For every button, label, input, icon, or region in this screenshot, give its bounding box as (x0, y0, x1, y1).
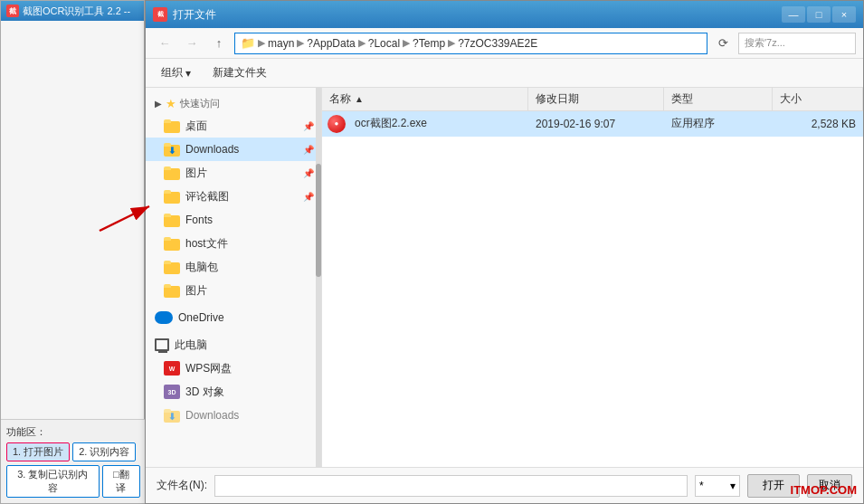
pin-icon-pictures: 📌 (303, 168, 314, 178)
open-image-button[interactable]: 1. 打开图片 (6, 442, 70, 461)
forward-button[interactable]: → (180, 33, 204, 54)
search-box[interactable]: 搜索'7z... (738, 33, 856, 54)
sidebar-item-downloads[interactable]: ⬇ Downloads 📌 (146, 138, 321, 161)
sidebar-scrollbar[interactable] (316, 88, 321, 467)
sidebar-section-onedrive: OneDrive (146, 306, 321, 329)
maximize-button[interactable]: □ (807, 6, 831, 23)
translate-button[interactable]: □翻译 (102, 465, 140, 498)
bg-app-titlebar: 截 截图OCR识别工具 2.2 -- (1, 1, 144, 21)
col-header-size[interactable]: 大小 (773, 88, 863, 110)
dialog-titlebar: 截 打开文件 — □ × (146, 1, 863, 28)
fonts-folder-icon (164, 213, 180, 227)
col-header-type[interactable]: 类型 (664, 88, 773, 110)
path-appdata: ?AppData (307, 37, 355, 50)
back-button[interactable]: ← (153, 33, 176, 54)
file-type: 应用程序 (664, 116, 773, 131)
path-7z: ?7zOC339AE2E (458, 37, 537, 50)
col-header-name[interactable]: 名称 ▲ (322, 88, 528, 110)
file-dialog: 截 打开文件 — □ × ← → ↑ 📁 ▶ mayn ▶ ?AppData ▶… (145, 0, 864, 504)
pin-icon: 📌 (303, 121, 314, 131)
bg-app: 截 截图OCR识别工具 2.2 -- 功能区： 1. 打开图片 2. 识别内容 … (0, 0, 145, 504)
file-size: 2,528 KB (773, 118, 863, 130)
new-folder-button[interactable]: 新建文件夹 (204, 62, 275, 84)
onedrive-icon (155, 311, 173, 324)
this-pc-icon (155, 338, 169, 351)
file-exe-icon: ● (326, 113, 347, 135)
host-folder-icon (164, 236, 180, 251)
filename-input[interactable] (214, 475, 688, 497)
up-button[interactable]: ↑ (207, 33, 231, 54)
sidebar-item-this-pc[interactable]: 此电脑 (146, 333, 321, 357)
downloads2-folder-icon: ⬇ (164, 408, 180, 423)
sort-arrow: ▲ (355, 94, 364, 104)
col-header-date[interactable]: 修改日期 (528, 88, 664, 110)
sidebar-section-this-pc: 此电脑 W WPS网盘 3D 3D 对象 ⬇ Downloads (146, 333, 321, 427)
path-temp: ?Temp (413, 37, 445, 50)
pin-icon-downloads: 📌 (303, 145, 314, 155)
file-name: ocr截图2.2.exe (347, 116, 528, 131)
sidebar: ▶ ★ 快速访问 桌面 📌 ⬇ Downloads 📌 (146, 88, 322, 467)
filetype-select[interactable]: * ▾ (695, 475, 740, 497)
sidebar-item-yulun[interactable]: 评论截图 📌 (146, 185, 321, 208)
dialog-icon: 截 (153, 7, 167, 22)
wps-icon: W (164, 361, 180, 376)
file-list-header: 名称 ▲ 修改日期 类型 大小 (322, 88, 863, 111)
func-area: 功能区： 1. 打开图片 2. 识别内容 3. 复制已识别内容 □翻译 (1, 419, 146, 503)
address-bar: ← → ↑ 📁 ▶ mayn ▶ ?AppData ▶ ?Local ▶ ?Te… (146, 28, 863, 59)
diannao-folder-icon (164, 260, 180, 274)
sidebar-item-host[interactable]: host文件 (146, 232, 321, 255)
watermark: ITMOP.COM (791, 483, 857, 497)
table-row[interactable]: ● ocr截图2.2.exe 2019-02-16 9:07 应用程序 2,52… (322, 111, 863, 137)
pin-icon-yulun: 📌 (303, 192, 314, 202)
desktop-folder-icon (164, 119, 180, 133)
sidebar-item-fonts[interactable]: Fonts (146, 208, 321, 232)
func-buttons: 1. 打开图片 2. 识别内容 (6, 442, 140, 461)
filename-label: 文件名(N): (157, 478, 207, 493)
sidebar-scrollbar-thumb (316, 164, 321, 278)
tupian-folder-icon (164, 283, 180, 298)
dialog-title: 打开文件 (173, 7, 776, 23)
3d-icon: 3D (164, 385, 180, 399)
address-path[interactable]: 📁 ▶ mayn ▶ ?AppData ▶ ?Local ▶ ?Temp ▶ ?… (234, 33, 707, 54)
content-area: ▶ ★ 快速访问 桌面 📌 ⬇ Downloads 📌 (146, 88, 863, 467)
path-local: ?Local (368, 37, 400, 50)
toolbar: 组织 ▾ 新建文件夹 (146, 59, 863, 88)
sidebar-item-desktop[interactable]: 桌面 📌 (146, 114, 321, 138)
copy-recognized-button[interactable]: 3. 复制已识别内容 (6, 465, 100, 498)
sidebar-item-downloads2[interactable]: ⬇ Downloads (146, 404, 321, 427)
bg-app-icon: 截 (6, 5, 19, 17)
sidebar-item-tupian[interactable]: 图片 (146, 279, 321, 302)
path-mayn: mayn (268, 37, 294, 50)
exe-icon: ● (328, 115, 346, 133)
organize-button[interactable]: 组织 ▾ (153, 62, 199, 84)
file-list-area: 名称 ▲ 修改日期 类型 大小 ● ocr截 (322, 88, 863, 467)
pictures-folder-icon (164, 166, 180, 180)
quick-access-header[interactable]: ▶ ★ 快速访问 (146, 93, 321, 114)
sidebar-item-onedrive[interactable]: OneDrive (146, 306, 321, 329)
sidebar-section-quick-access: ▶ ★ 快速访问 桌面 📌 ⬇ Downloads 📌 (146, 93, 321, 302)
search-placeholder: 搜索'7z... (745, 36, 785, 50)
minimize-button[interactable]: — (782, 6, 805, 23)
path-folder-icon: 📁 (241, 36, 255, 50)
sidebar-item-pictures[interactable]: 图片 📌 (146, 161, 321, 185)
titlebar-controls: — □ × (782, 6, 856, 23)
file-date: 2019-02-16 9:07 (528, 118, 664, 130)
refresh-button[interactable]: ⟳ (711, 33, 735, 54)
recognize-button[interactable]: 2. 识别内容 (72, 442, 136, 461)
file-list: ● ocr截图2.2.exe 2019-02-16 9:07 应用程序 2,52… (322, 111, 863, 467)
sidebar-item-wps[interactable]: W WPS网盘 (146, 357, 321, 380)
func-label: 功能区： (6, 425, 140, 439)
sidebar-item-3d[interactable]: 3D 3D 对象 (146, 380, 321, 404)
yulun-folder-icon (164, 189, 180, 204)
downloads-folder-icon: ⬇ (164, 142, 180, 157)
sidebar-item-diannao[interactable]: 电脑包 (146, 255, 321, 279)
close-button[interactable]: × (832, 6, 856, 23)
bottom-bar: 文件名(N): * ▾ 打开 取消 (146, 467, 863, 503)
bg-app-title: 截图OCR识别工具 2.2 -- (23, 5, 130, 18)
